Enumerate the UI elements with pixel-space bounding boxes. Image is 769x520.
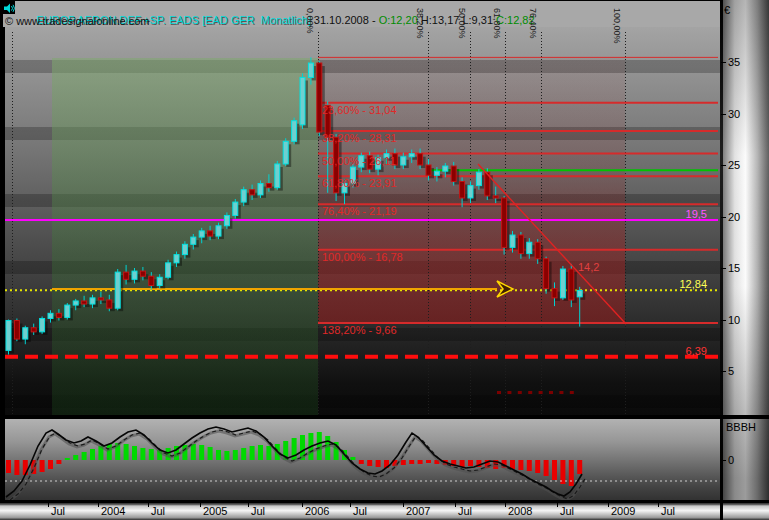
instrument-icon: [3, 1, 15, 14]
ohlc-value-c: C:12,82: [496, 14, 535, 26]
price-axis[interactable]: [720, 0, 769, 520]
instrument-title-row: EUROP.AERON.DEF.+SP. EADS [EAD GER Monat…: [18, 2, 535, 15]
ohlc-value-o: O:12,20: [379, 14, 421, 26]
tradesignal-chart-window: EUROP.AERON.DEF.+SP. EADS [EAD GER Monat…: [0, 0, 769, 520]
fib-retracement-shaded-zone: [318, 57, 625, 323]
ohlc-value-l: L:9,31: [462, 14, 496, 26]
uptrend-shaded-zone: [52, 58, 318, 415]
bar-date: 31.10.2008 -: [314, 14, 379, 26]
time-axis[interactable]: [0, 503, 769, 520]
ohlc-values: O:12,20 H:13,17 L:9,31 C:12,82: [379, 14, 535, 26]
chart-header: EUROP.AERON.DEF.+SP. EADS [EAD GER Monat…: [3, 0, 720, 27]
copyright-text: © www.tradesignalonline.com: [5, 15, 149, 27]
ohlc-value-h: H:13,17: [421, 14, 463, 26]
pane-separator[interactable]: [0, 415, 769, 419]
axis-corner-divider: [720, 503, 723, 520]
indicator-pane[interactable]: [5, 419, 720, 500]
